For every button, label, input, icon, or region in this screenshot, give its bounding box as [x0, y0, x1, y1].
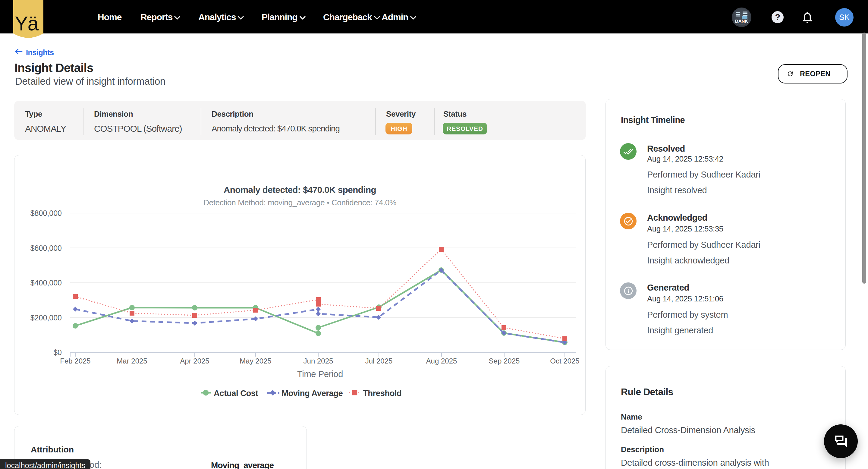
svg-text:$800,000: $800,000	[30, 209, 62, 217]
svg-text:Apr 2025: Apr 2025	[180, 357, 209, 365]
svg-text:Mar 2025: Mar 2025	[117, 357, 147, 365]
svg-text:$0: $0	[53, 348, 62, 356]
svg-text:Oct 2025: Oct 2025	[550, 357, 579, 365]
svg-text:$400,000: $400,000	[30, 279, 62, 287]
svg-text:Time Period: Time Period	[297, 369, 343, 379]
svg-text:Jul 2025: Jul 2025	[365, 357, 393, 365]
svg-text:BANK: BANK	[735, 19, 748, 24]
svg-text:Anomaly detected: $470.0K spen: Anomaly detected: $470.0K spending	[224, 185, 376, 195]
svg-text:$600,000: $600,000	[30, 244, 62, 252]
svg-text:$200,000: $200,000	[30, 313, 62, 322]
svg-text:Aug 2025: Aug 2025	[426, 357, 457, 365]
svg-text:Detection Method: moving_avera: Detection Method: moving_average • Confi…	[204, 198, 396, 207]
svg-text:Moving Average: Moving Average	[281, 388, 343, 398]
svg-text:Actual Cost: Actual Cost	[214, 388, 258, 398]
svg-text:Feb 2025: Feb 2025	[60, 357, 90, 365]
svg-text:Jun 2025: Jun 2025	[304, 357, 333, 365]
svg-text:Threshold: Threshold	[363, 388, 401, 398]
svg-text:Sep 2025: Sep 2025	[489, 357, 520, 365]
svg-text:May 2025: May 2025	[240, 357, 271, 365]
svg-text:Yä: Yä	[15, 12, 39, 35]
